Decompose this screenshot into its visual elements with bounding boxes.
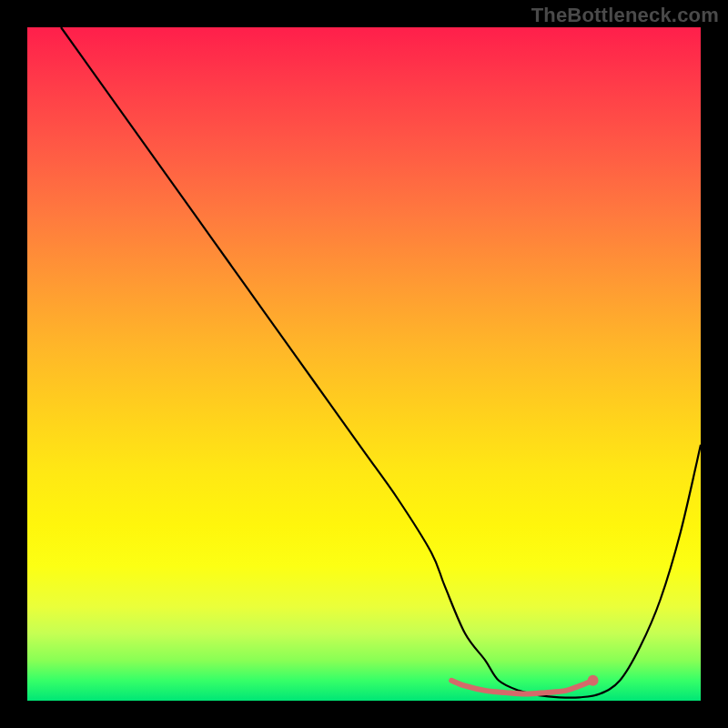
curve-layer [27,27,701,701]
watermark-text: TheBottleneck.com [531,4,719,27]
bottleneck-curve [61,27,701,698]
chart-frame: TheBottleneck.com [0,0,728,728]
optimum-end-dot [588,675,599,686]
plot-area [27,27,701,701]
optimum-band [451,681,592,694]
